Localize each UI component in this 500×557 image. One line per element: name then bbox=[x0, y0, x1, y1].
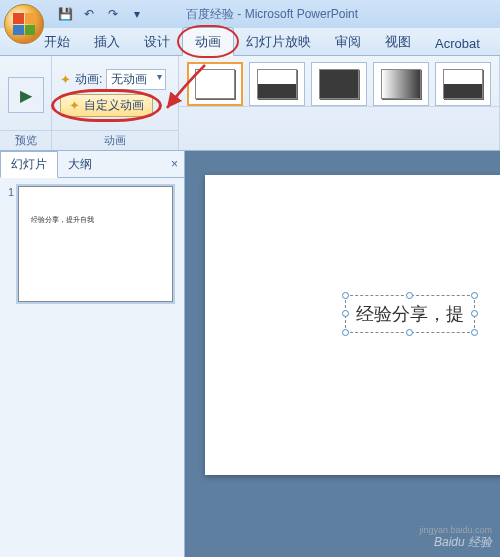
star-icon: ✦ bbox=[69, 98, 80, 113]
custom-animation-label: 自定义动画 bbox=[84, 97, 144, 114]
transition-item-2[interactable] bbox=[249, 62, 305, 106]
thumbnail-list: 1 经验分享，提升自我 bbox=[0, 178, 184, 557]
resize-handle[interactable] bbox=[406, 329, 413, 336]
play-icon: ▶ bbox=[20, 86, 32, 105]
save-icon[interactable]: 💾 bbox=[56, 5, 74, 23]
app-name: Microsoft PowerPoint bbox=[245, 7, 358, 21]
tab-animation[interactable]: 动画 bbox=[182, 27, 234, 56]
tab-view[interactable]: 视图 bbox=[373, 28, 423, 55]
transition-gallery bbox=[179, 56, 499, 106]
resize-handle[interactable] bbox=[471, 329, 478, 336]
panel-tabs: 幻灯片 大纲 × bbox=[0, 151, 184, 178]
slide-thumbnail: 经验分享，提升自我 bbox=[18, 186, 173, 302]
tab-review[interactable]: 审阅 bbox=[323, 28, 373, 55]
tab-acrobat[interactable]: Acrobat bbox=[423, 31, 492, 55]
workspace: 幻灯片 大纲 × 1 经验分享，提升自我 经验分享，提 bbox=[0, 151, 500, 557]
group-label-transition bbox=[179, 106, 499, 123]
transition-item-3[interactable] bbox=[311, 62, 367, 106]
resize-handle[interactable] bbox=[342, 292, 349, 299]
animation-dropdown[interactable]: 无动画 bbox=[106, 69, 166, 90]
custom-animation-button[interactable]: ✦ 自定义动画 bbox=[60, 94, 153, 117]
resize-handle[interactable] bbox=[342, 329, 349, 336]
slides-panel: 幻灯片 大纲 × 1 经验分享，提升自我 bbox=[0, 151, 185, 557]
group-label-animation: 动画 bbox=[52, 130, 178, 150]
tab-design[interactable]: 设计 bbox=[132, 28, 182, 55]
document-name: 百度经验 bbox=[186, 7, 234, 21]
resize-handle[interactable] bbox=[471, 292, 478, 299]
textbox-selected[interactable]: 经验分享，提 bbox=[345, 295, 475, 333]
slide-editor[interactable]: 经验分享，提 bbox=[185, 151, 500, 557]
ribbon: ▶ 预览 ✦ 动画: 无动画 ✦ 自定义动画 动画 bbox=[0, 56, 500, 151]
animation-prefix-icon: ✦ bbox=[60, 72, 71, 87]
animation-selector-row: ✦ 动画: 无动画 bbox=[60, 69, 170, 90]
panel-tab-outline[interactable]: 大纲 bbox=[58, 152, 102, 177]
transition-item-5[interactable] bbox=[435, 62, 491, 106]
resize-handle[interactable] bbox=[406, 292, 413, 299]
office-logo-icon bbox=[13, 13, 35, 35]
qat-more-icon[interactable]: ▾ bbox=[128, 5, 146, 23]
tab-insert[interactable]: 插入 bbox=[82, 28, 132, 55]
office-button[interactable] bbox=[4, 4, 44, 44]
preview-button[interactable]: ▶ bbox=[8, 77, 44, 113]
panel-close-icon[interactable]: × bbox=[165, 155, 184, 173]
quick-access-toolbar: 💾 ↶ ↷ ▾ bbox=[56, 5, 146, 23]
undo-icon[interactable]: ↶ bbox=[80, 5, 98, 23]
titlebar: 💾 ↶ ↷ ▾ 百度经验 - Microsoft PowerPoint bbox=[0, 0, 500, 28]
resize-handle[interactable] bbox=[471, 310, 478, 317]
slide-number: 1 bbox=[8, 186, 14, 302]
thumbnail-text: 经验分享，提升自我 bbox=[31, 216, 94, 223]
animation-label: 动画: bbox=[75, 71, 102, 88]
title-separator: - bbox=[237, 7, 244, 21]
ribbon-tabs: 开始 插入 设计 动画 幻灯片放映 审阅 视图 Acrobat bbox=[0, 28, 500, 56]
transition-item-4[interactable] bbox=[373, 62, 429, 106]
window-title: 百度经验 - Microsoft PowerPoint bbox=[186, 6, 358, 23]
group-label-preview: 预览 bbox=[0, 130, 51, 150]
textbox-content: 经验分享，提 bbox=[356, 304, 464, 324]
slide-canvas[interactable]: 经验分享，提 bbox=[205, 175, 500, 475]
transition-none[interactable] bbox=[187, 62, 243, 106]
tab-slideshow[interactable]: 幻灯片放映 bbox=[234, 28, 323, 55]
thumbnail-item[interactable]: 1 经验分享，提升自我 bbox=[8, 186, 176, 302]
panel-tab-slides[interactable]: 幻灯片 bbox=[0, 151, 58, 178]
resize-handle[interactable] bbox=[342, 310, 349, 317]
redo-icon[interactable]: ↷ bbox=[104, 5, 122, 23]
watermark-logo: Baidu 经验 bbox=[434, 534, 492, 551]
